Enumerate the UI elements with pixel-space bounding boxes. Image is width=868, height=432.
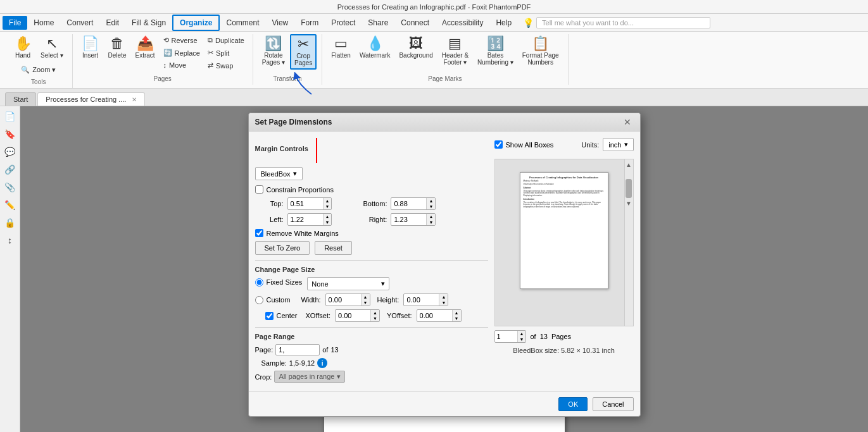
sidebar-attachment-icon[interactable]: 📎: [3, 180, 18, 195]
none-dropdown[interactable]: None ▾: [307, 277, 389, 290]
flatten-button[interactable]: ▭ Flatten: [327, 34, 355, 61]
menu-file[interactable]: File: [3, 16, 27, 30]
dialog-close-button[interactable]: ✕: [621, 117, 634, 127]
bottom-spin-up[interactable]: ▲: [427, 198, 435, 204]
sidebar-edit-icon[interactable]: ✏️: [3, 197, 18, 213]
preview-page-up[interactable]: ▲: [518, 331, 526, 336]
extract-button[interactable]: 📤 Extract: [131, 34, 158, 61]
scroll-down-arrow[interactable]: ▼: [624, 198, 633, 209]
tab-close-icon[interactable]: ✕: [132, 96, 137, 103]
top-bottom-row: Top: ▲ ▼ Bottom:: [255, 197, 488, 210]
insert-button[interactable]: 📄 Insert: [78, 34, 103, 61]
menu-organize[interactable]: Organize: [172, 15, 220, 31]
yoffset-input[interactable]: [417, 311, 452, 321]
center-checkbox[interactable]: [265, 312, 274, 320]
menu-view[interactable]: View: [265, 16, 294, 30]
move-button[interactable]: ↕ Move: [160, 59, 203, 71]
set-to-zero-button[interactable]: Set To Zero: [255, 241, 310, 255]
top-value-input[interactable]: [288, 199, 323, 209]
bates-button[interactable]: 🔢 Bates Numbering ▾: [474, 34, 517, 68]
units-dropdown[interactable]: inch ▾: [603, 138, 633, 151]
top-spin-down[interactable]: ▼: [324, 204, 332, 209]
show-all-boxes-checkbox[interactable]: [494, 140, 503, 149]
info-icon[interactable]: i: [317, 358, 327, 368]
zoom-button[interactable]: 🔍 Zoom ▾: [18, 64, 59, 76]
left-value-input[interactable]: [288, 214, 323, 225]
crop-row: Crop: All pages in range ▾: [255, 371, 488, 383]
reset-button[interactable]: Reset: [315, 241, 352, 255]
preview-page-down[interactable]: ▼: [518, 336, 526, 342]
fixed-sizes-radio[interactable]: [255, 278, 263, 287]
xoffset-up[interactable]: ▲: [371, 310, 379, 316]
page-input[interactable]: [275, 344, 320, 355]
height-input[interactable]: [404, 295, 439, 305]
tab-start[interactable]: Start: [5, 92, 36, 106]
bleed-box-label: BleedBox: [261, 170, 291, 178]
width-up[interactable]: ▲: [362, 294, 370, 300]
bleed-box-dropdown[interactable]: BleedBox ▾: [255, 167, 303, 180]
yoffset-up[interactable]: ▲: [453, 310, 461, 316]
right-spin-down[interactable]: ▼: [427, 219, 435, 225]
height-down[interactable]: ▼: [439, 300, 448, 305]
menu-comment[interactable]: Comment: [220, 16, 265, 30]
left-spin-up[interactable]: ▲: [324, 214, 332, 219]
formatpage-button[interactable]: 📋 Format Page Numbers: [519, 34, 563, 68]
rotate-pages-button[interactable]: 🔃 Rotate Pages ▾: [258, 34, 289, 68]
right-value-input[interactable]: [391, 214, 426, 225]
custom-radio[interactable]: [255, 296, 263, 304]
menu-form[interactable]: Form: [294, 16, 325, 30]
hand-tool-button[interactable]: ✋ Hand: [10, 34, 35, 61]
delete-button[interactable]: 🗑 Delete: [104, 34, 130, 61]
crop-dropdown[interactable]: All pages in range ▾: [274, 371, 344, 383]
split-button[interactable]: ✂ Split: [204, 47, 248, 59]
preview-page-input[interactable]: [495, 331, 517, 342]
right-spin-up[interactable]: ▲: [427, 214, 435, 219]
watermark-button[interactable]: 💧 Watermark: [356, 34, 394, 61]
cancel-button[interactable]: Cancel: [593, 397, 633, 411]
menu-share[interactable]: Share: [362, 16, 394, 30]
background-button[interactable]: 🖼 Background: [395, 34, 436, 61]
width-input[interactable]: [326, 295, 361, 305]
ok-button[interactable]: OK: [558, 397, 588, 411]
sidebar-lock-icon[interactable]: 🔒: [3, 215, 18, 230]
sidebar-resize-icon[interactable]: ↕: [3, 233, 18, 248]
swap-button[interactable]: ⇄ Swap: [204, 59, 248, 71]
scroll-up-arrow[interactable]: ▲: [624, 159, 633, 170]
menu-home[interactable]: Home: [27, 16, 60, 30]
headerfooter-button[interactable]: ▤ Header & Footer ▾: [438, 34, 472, 68]
menu-help[interactable]: Help: [489, 16, 518, 30]
tab-document[interactable]: Processes for Creating .... ✕: [37, 92, 145, 106]
fixed-sizes-radio-row: Fixed Sizes: [255, 278, 303, 287]
xoffset-input[interactable]: [336, 311, 370, 321]
menu-protect[interactable]: Protect: [325, 16, 362, 30]
height-up[interactable]: ▲: [439, 294, 448, 300]
sidebar-comment-icon[interactable]: 💬: [3, 144, 18, 159]
menu-edit[interactable]: Edit: [99, 16, 125, 30]
sidebar-page-icon[interactable]: 📄: [3, 109, 18, 124]
xoffset-down[interactable]: ▼: [371, 316, 379, 321]
scroll-thumb[interactable]: [626, 179, 632, 198]
menu-accessibility[interactable]: Accessibility: [436, 16, 489, 30]
sidebar-bookmark-icon[interactable]: 🔖: [3, 127, 18, 142]
bottom-spin-down[interactable]: ▼: [427, 204, 435, 209]
preview-scrollbar[interactable]: ▲ ▼: [624, 159, 633, 326]
select-tool-button[interactable]: ↖ Select ▾: [37, 34, 67, 61]
yoffset-down[interactable]: ▼: [453, 316, 461, 321]
tools-buttons: ✋ Hand ↖ Select ▾: [10, 34, 67, 61]
reverse-button[interactable]: ⟲ Reverse: [160, 34, 203, 46]
yoffset-label: YOffset:: [387, 312, 412, 319]
sidebar-link-icon[interactable]: 🔗: [3, 162, 18, 177]
bottom-value-input[interactable]: [391, 199, 426, 209]
menu-fill-sign[interactable]: Fill & Sign: [125, 16, 172, 30]
duplicate-button[interactable]: ⧉ Duplicate: [204, 34, 248, 46]
top-spin-up[interactable]: ▲: [324, 198, 332, 204]
replace-button[interactable]: 🔄 Replace: [160, 47, 203, 59]
menu-convert[interactable]: Convert: [60, 16, 99, 30]
tell-me-input[interactable]: Tell me what you want to do...: [536, 17, 710, 28]
width-down[interactable]: ▼: [362, 300, 370, 305]
constrain-proportions-checkbox[interactable]: [255, 185, 263, 194]
remove-white-margins-checkbox[interactable]: [255, 229, 263, 237]
crop-pages-button[interactable]: ✂ Crop Pages: [290, 34, 317, 70]
menu-connect[interactable]: Connect: [394, 16, 436, 30]
left-spin-down[interactable]: ▼: [324, 219, 332, 225]
